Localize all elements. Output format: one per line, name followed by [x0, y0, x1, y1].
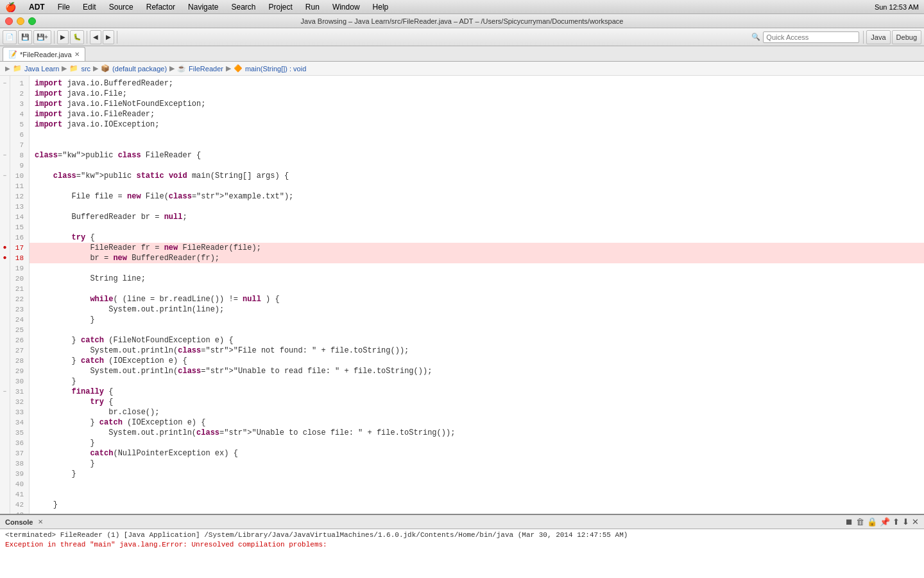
menu-edit[interactable]: Edit — [80, 3, 99, 12]
main-area: 📝 *FileReader.java ✕ ▶ 📁 Java Learn ▶ 📁 … — [0, 46, 924, 578]
console-maximize-icon[interactable]: ⬆ — [893, 517, 900, 527]
new-file-button[interactable]: 📄 — [3, 30, 17, 44]
console-terminated-line: <terminated> FileReader (1) [Java Applic… — [5, 530, 919, 540]
breadcrumb-project-icon: 📁 — [13, 64, 22, 73]
debug-perspective-button[interactable]: Debug — [892, 30, 921, 44]
traffic-lights — [5, 17, 36, 25]
breadcrumb: ▶ 📁 Java Learn ▶ 📁 src ▶ 📦 (default pack… — [0, 62, 924, 76]
title-bar: Java Browsing – Java Learn/src/FileReade… — [0, 14, 924, 28]
toolbar-separator-3 — [117, 31, 117, 44]
menu-navigate[interactable]: Navigate — [185, 3, 221, 12]
tab-bar: 📝 *FileReader.java ✕ — [0, 46, 924, 62]
breadcrumb-src-icon: 📁 — [69, 64, 78, 73]
console-minimize-icon[interactable]: ⬇ — [902, 517, 909, 527]
tab-filename: *FileReader.java — [20, 51, 72, 58]
menu-adt[interactable]: ADT — [26, 3, 47, 12]
toolbar: 📄 💾 💾+ ▶ 🐛 ◀ ▶ 🔍 Java Debug — [0, 28, 924, 46]
console-title: Console — [5, 518, 33, 526]
console-clear-icon[interactable]: 🗑 — [856, 517, 864, 527]
menu-help[interactable]: Help — [370, 3, 391, 12]
tab-close-button[interactable]: ✕ — [74, 51, 80, 58]
console-pin-icon[interactable]: 📌 — [880, 517, 890, 527]
menu-run[interactable]: Run — [303, 3, 322, 12]
minimize-window-button[interactable] — [17, 17, 24, 25]
apple-menu[interactable]: 🍎 — [5, 2, 16, 12]
breadcrumb-class-icon: ☕ — [177, 64, 186, 73]
debug-button[interactable]: 🐛 — [70, 30, 84, 44]
console-area: Console ✕ ⏹ 🗑 🔒 📌 ⬆ ⬇ ✕ <terminated> Fil… — [0, 514, 924, 578]
forward-button[interactable]: ▶ — [103, 30, 114, 44]
toolbar-separator-2 — [87, 31, 87, 44]
console-header: Console ✕ ⏹ 🗑 🔒 📌 ⬆ ⬇ ✕ — [0, 515, 924, 529]
breadcrumb-sep-2: ▶ — [93, 64, 98, 73]
console-toolbar: ⏹ 🗑 🔒 📌 ⬆ ⬇ ✕ — [845, 517, 919, 527]
toolbar-separator-1 — [54, 31, 55, 44]
breadcrumb-sep-3: ▶ — [169, 64, 175, 73]
menu-bar: 🍎 ADT File Edit Source Refactor Navigate… — [0, 0, 924, 14]
breadcrumb-method[interactable]: main(String[]) : void — [245, 65, 306, 73]
clock: Sun 12:53 AM — [875, 3, 919, 11]
menu-project[interactable]: Project — [266, 3, 295, 12]
menu-refactor[interactable]: Refactor — [144, 3, 178, 12]
console-tab-close-icon[interactable]: ✕ — [38, 518, 43, 525]
breadcrumb-sep-1: ▶ — [62, 64, 67, 73]
menu-right: Sun 12:53 AM — [875, 3, 919, 11]
file-icon: 📝 — [8, 50, 17, 58]
menu-file[interactable]: File — [55, 3, 73, 12]
breadcrumb-package[interactable]: (default package) — [112, 65, 167, 73]
close-window-button[interactable] — [5, 17, 13, 25]
console-body: <terminated> FileReader (1) [Java Applic… — [0, 529, 924, 578]
window-title: Java Browsing – Java Learn/src/FileReade… — [301, 17, 624, 25]
back-button[interactable]: ◀ — [90, 30, 101, 44]
breadcrumb-fold-icon: ▶ — [5, 65, 10, 72]
breadcrumb-pkg-icon: 📦 — [101, 64, 110, 73]
quick-access-input[interactable] — [763, 31, 859, 43]
menu-source[interactable]: Source — [107, 3, 136, 12]
console-close-icon[interactable]: ✕ — [912, 517, 919, 527]
save-all-button[interactable]: 💾+ — [33, 30, 51, 44]
file-tab[interactable]: 📝 *FileReader.java ✕ — [3, 47, 85, 61]
breadcrumb-src[interactable]: src — [81, 65, 90, 73]
line-numbers: 1234567891011121314151617181920212223242… — [10, 76, 30, 514]
menu-search[interactable]: Search — [228, 3, 258, 12]
search-icon: 🔍 — [751, 33, 760, 41]
editor-container: −−−●●− 123456789101112131415161718192021… — [0, 76, 924, 514]
console-error-line: Exception in thread "main" java.lang.Err… — [5, 540, 919, 550]
maximize-window-button[interactable] — [28, 17, 36, 25]
run-button[interactable]: ▶ — [57, 30, 69, 44]
console-stop-icon[interactable]: ⏹ — [845, 517, 853, 527]
toolbar-separator-4 — [863, 31, 864, 44]
menu-window[interactable]: Window — [330, 3, 363, 12]
console-scroll-lock-icon[interactable]: 🔒 — [867, 517, 877, 527]
breadcrumb-sep-4: ▶ — [226, 64, 231, 73]
breadcrumb-method-icon: 🔶 — [234, 64, 243, 73]
error-gutter: −−−●●− — [0, 76, 10, 514]
breadcrumb-class[interactable]: FileReader — [189, 65, 223, 73]
quick-access-area: 🔍 — [751, 31, 859, 43]
save-button[interactable]: 💾 — [18, 30, 32, 44]
breadcrumb-project[interactable]: Java Learn — [24, 65, 59, 73]
java-perspective-button[interactable]: Java — [866, 30, 890, 44]
code-editor[interactable]: import java.io.BufferedReader; import ja… — [30, 76, 924, 514]
